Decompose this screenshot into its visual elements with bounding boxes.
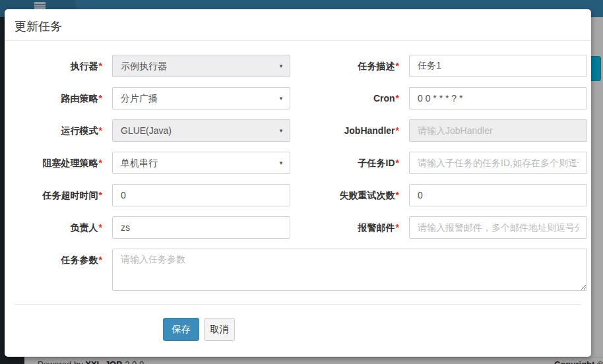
chevron-down-icon: ▼ [278, 152, 284, 174]
field-timeout: 任务超时时间* [5, 184, 295, 206]
modal-header: 更新任务 [5, 9, 591, 41]
modal-title: 更新任务 [15, 20, 62, 33]
cron-label: Cron* [302, 87, 399, 109]
field-route-strategy: 路由策略* 分片广播▼ [5, 87, 295, 109]
child-jobid-label: 子任务ID* [302, 152, 399, 174]
timeout-input[interactable] [112, 184, 290, 206]
fail-retry-count-label: 失败重试次数* [302, 184, 399, 206]
alarm-email-input[interactable] [409, 216, 587, 239]
field-executor: 执行器* 示例执行器▼ [5, 55, 295, 77]
field-jobhandler: JobHandler* [302, 119, 592, 142]
job-param-label: 任务参数* [5, 249, 102, 271]
field-cron: Cron* [302, 87, 592, 109]
executor-select[interactable]: 示例执行器▼ [112, 55, 290, 77]
author-label: 负责人* [5, 216, 102, 239]
glue-type-select[interactable]: GLUE(Java)▼ [112, 119, 290, 142]
block-strategy-select[interactable]: 单机串行▼ [112, 152, 290, 174]
child-jobid-input[interactable] [409, 152, 587, 174]
executor-label: 执行器* [5, 55, 102, 77]
field-glue-type: 运行模式* GLUE(Java)▼ [5, 119, 295, 142]
field-job-description: 任务描述* [302, 55, 592, 77]
block-strategy-label: 阻塞处理策略* [5, 152, 102, 174]
route-strategy-label: 路由策略* [5, 87, 102, 109]
field-alarm-email: 报警邮件* [302, 216, 592, 239]
save-button[interactable]: 保存 [163, 318, 199, 341]
glue-type-label: 运行模式* [5, 119, 102, 142]
field-child-jobid: 子任务ID* [302, 152, 592, 174]
field-author: 负责人* [5, 216, 295, 239]
job-description-label: 任务描述* [302, 55, 399, 77]
alarm-email-label: 报警邮件* [302, 216, 399, 239]
jobhandler-input[interactable] [409, 119, 587, 142]
chevron-down-icon: ▼ [278, 55, 284, 77]
update-task-modal: 更新任务 执行器* 示例执行器▼ 任务描述* 路由策略* 分片广播▼ Cron*… [5, 9, 591, 357]
job-param-textarea[interactable] [112, 249, 587, 291]
field-job-param: 任务参数* [5, 249, 295, 291]
footer-divider [15, 304, 581, 305]
cancel-button[interactable]: 取消 [204, 318, 235, 341]
chevron-down-icon: ▼ [278, 88, 284, 109]
field-block-strategy: 阻塞处理策略* 单机串行▼ [5, 152, 295, 174]
job-description-input[interactable] [409, 55, 587, 77]
cron-input[interactable] [409, 87, 587, 109]
author-input[interactable] [112, 216, 290, 239]
timeout-label: 任务超时时间* [5, 184, 102, 206]
chevron-down-icon: ▼ [278, 120, 284, 142]
field-fail-retry-count: 失败重试次数* [302, 184, 592, 206]
fail-retry-count-input[interactable] [409, 184, 587, 206]
jobhandler-label: JobHandler* [302, 119, 399, 142]
route-strategy-select[interactable]: 分片广播▼ [112, 87, 290, 109]
